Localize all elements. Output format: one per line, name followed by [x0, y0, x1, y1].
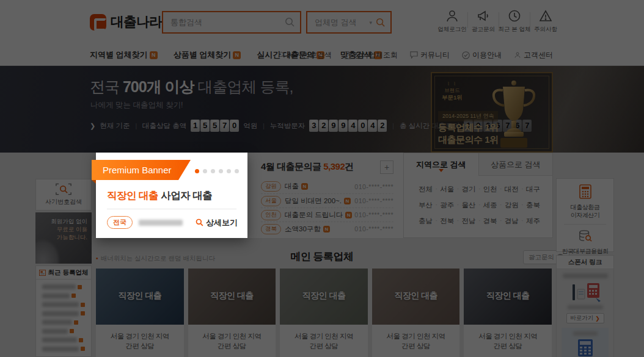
loan-portal-page: 대출나라 ▾ 업체로그인 광고문의 최근 본 업체: [0, 0, 644, 357]
carousel-dot[interactable]: [195, 169, 199, 173]
carousel-dots: [195, 169, 239, 173]
carousel-dot[interactable]: [203, 169, 207, 173]
region-pill: 전국: [107, 216, 133, 229]
carousel-dot[interactable]: [219, 169, 223, 173]
carousel-dot[interactable]: [227, 169, 231, 173]
premium-banner-card[interactable]: Premium Banner 직장인 대출 사업자 대출 전국 상세보기: [96, 153, 247, 238]
premium-footer: 전국 상세보기: [107, 216, 238, 229]
divider: [107, 209, 236, 209]
search-icon: [196, 218, 203, 226]
ribbon-fold: [92, 180, 96, 184]
premium-ribbon: Premium Banner: [92, 160, 191, 180]
blurred-company-name: [139, 220, 183, 226]
carousel-dot[interactable]: [211, 169, 215, 173]
detail-link[interactable]: 상세보기: [196, 217, 238, 228]
carousel-dot[interactable]: [235, 169, 239, 173]
premium-title: 직장인 대출 사업자 대출: [107, 189, 212, 203]
